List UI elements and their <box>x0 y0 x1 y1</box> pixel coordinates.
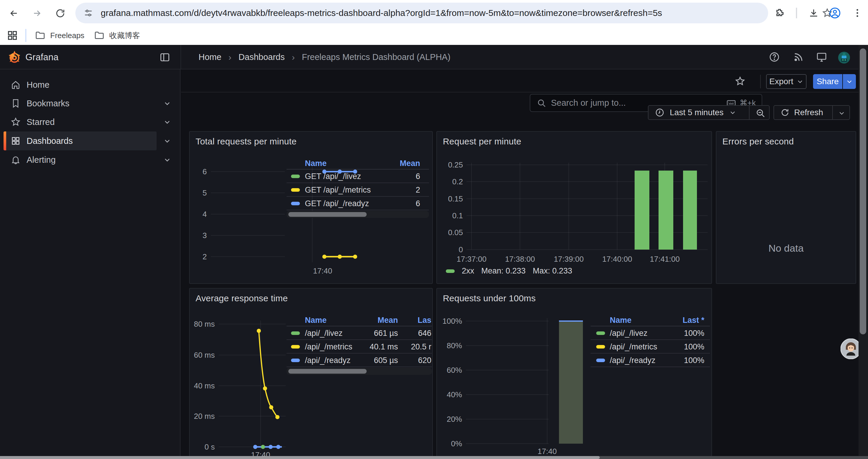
chart-canvas: 0.250.20.150.10.05017:37:0017:38:0017:39… <box>437 132 711 283</box>
sidebar-toggle-icon[interactable] <box>159 52 170 63</box>
legend-col-name[interactable]: Name <box>610 316 632 325</box>
brand-title[interactable]: Grafana <box>25 45 59 69</box>
legend-row[interactable]: /api/_/livez100% <box>591 326 710 340</box>
panel-title[interactable]: Errors per second <box>722 136 794 146</box>
svg-text:20 ms: 20 ms <box>194 412 215 421</box>
sidebar-item-label: Bookmarks <box>27 99 69 108</box>
sidebar-item-bookmarks[interactable]: Bookmarks <box>0 94 181 113</box>
extensions-icon[interactable] <box>775 8 785 18</box>
legend-scrollbar-thumb[interactable] <box>288 212 367 217</box>
legend-col[interactable]: Last * <box>682 316 704 325</box>
search-placeholder: Search or jump to... <box>551 98 626 108</box>
series-name: GET /api/_/metrics <box>305 186 371 195</box>
grafana-logo[interactable] <box>8 51 21 64</box>
bookmark-label: 收藏博客 <box>109 30 140 41</box>
bookmark-folder-freeleaps[interactable]: Freeleaps <box>35 30 85 41</box>
svg-text:17:40: 17:40 <box>537 447 557 456</box>
sidebar-item-starred[interactable]: Starred <box>0 112 181 131</box>
svg-text:17:41:00: 17:41:00 <box>650 255 680 263</box>
breadcrumb-home[interactable]: Home <box>198 52 221 62</box>
forward-icon[interactable] <box>32 8 42 18</box>
url-bar[interactable]: grafana.mathmast.com/d/deytv4rwavabkb/fr… <box>75 3 768 23</box>
help-icon[interactable] <box>769 52 780 63</box>
monitor-icon[interactable] <box>816 52 827 63</box>
favorite-star-icon[interactable] <box>735 76 745 87</box>
breadcrumb: Home › Dashboards › Freeleaps Metrics Da… <box>198 45 451 69</box>
news-rss-icon[interactable] <box>793 52 804 63</box>
header-divider <box>181 45 181 69</box>
series-name: /api/_/readyz <box>610 356 656 365</box>
sidebar-item-dashboards[interactable]: Dashboards <box>0 131 181 150</box>
dashboard-toolbar: Export Share <box>181 69 868 93</box>
site-settings-icon[interactable] <box>84 8 93 18</box>
apps-icon <box>11 136 21 146</box>
series-value: 100% <box>684 329 704 338</box>
time-range-label[interactable]: Last 5 minutes <box>670 108 723 117</box>
horizontal-scrollbar-track[interactable] <box>0 456 868 459</box>
svg-text:3: 3 <box>203 231 207 240</box>
vertical-scrollbar-thumb[interactable] <box>860 48 866 334</box>
sidebar-item-alerting[interactable]: Alerting <box>0 150 181 169</box>
legend-row[interactable]: /api/_/metrics100% <box>591 340 710 354</box>
series-color-pill <box>291 345 300 349</box>
svg-text:0.15: 0.15 <box>448 194 463 203</box>
toolbar-divider <box>760 75 761 88</box>
refresh-icon[interactable] <box>780 108 789 117</box>
series-color-pill <box>596 331 605 335</box>
browser-toolbar: grafana.mathmast.com/d/deytv4rwavabkb/fr… <box>0 0 868 26</box>
legend-row[interactable]: /api/_/livez661 µs646 <box>286 326 432 340</box>
series-name: /api/_/readyz <box>305 356 351 365</box>
breadcrumb-dashboards[interactable]: Dashboards <box>239 52 284 62</box>
legend-row[interactable]: /api/_/readyz100% <box>591 354 710 367</box>
apps-grid-icon[interactable] <box>6 30 18 41</box>
legend-row[interactable]: /api/_/readyz605 µs620 <box>286 354 432 367</box>
series-value: 646 <box>418 329 431 338</box>
bookmark-folder-blogs[interactable]: 收藏博客 <box>94 30 140 41</box>
chevron-down-icon[interactable] <box>163 118 172 126</box>
series-name: /api/_/metrics <box>610 342 657 352</box>
chevron-down-icon[interactable] <box>163 99 172 107</box>
legend-scrollbar[interactable] <box>286 211 429 218</box>
legend-col[interactable]: Mean <box>378 316 398 325</box>
legend-scrollbar-thumb[interactable] <box>288 369 367 374</box>
zoom-out-icon[interactable] <box>755 108 766 118</box>
search-icon <box>537 98 546 108</box>
legend-row[interactable]: GET /api/_/readyz6 <box>286 197 429 210</box>
browser-menu-icon[interactable] <box>852 8 863 18</box>
legend-col-name[interactable]: Name <box>305 316 327 325</box>
back-icon[interactable] <box>9 8 19 18</box>
refresh-group: Refresh <box>773 105 850 120</box>
no-data-label: No data <box>716 242 856 254</box>
reload-icon[interactable] <box>55 8 66 19</box>
series-name: GET /api/_/livez <box>305 172 361 181</box>
assistant-avatar[interactable] <box>840 338 861 359</box>
panel-total-requests: Total requests per minute 6543217:40Name… <box>189 131 433 284</box>
legend-scrollbar[interactable] <box>286 368 432 375</box>
export-button[interactable]: Export <box>766 74 807 89</box>
user-avatar[interactable] <box>838 52 850 64</box>
legend-row[interactable]: GET /api/_/metrics2 <box>286 183 429 197</box>
legend-inline[interactable]: 2xxMean: 0.233Max: 0.233 <box>446 266 572 275</box>
download-icon[interactable] <box>808 8 819 18</box>
legend-col-name[interactable]: Name <box>305 159 327 168</box>
star-icon <box>11 117 21 127</box>
series-color-pill <box>596 345 605 349</box>
legend-col[interactable]: Las <box>417 316 431 325</box>
profile-icon[interactable] <box>829 7 841 19</box>
svg-text:17:39:00: 17:39:00 <box>554 255 584 263</box>
svg-text:60 ms: 60 ms <box>194 351 215 359</box>
chevron-down-icon[interactable] <box>163 156 172 164</box>
legend-row[interactable]: GET /api/_/livez6 <box>286 169 429 183</box>
chevron-down-icon[interactable] <box>163 137 172 145</box>
chevron-down-icon[interactable] <box>730 109 736 116</box>
horizontal-scrollbar-thumb[interactable] <box>0 456 600 459</box>
share-button[interactable]: Share <box>813 74 842 89</box>
legend-col[interactable]: Mean <box>400 159 420 168</box>
share-menu-button[interactable] <box>843 74 856 89</box>
bookmark-label: Freeleaps <box>50 31 85 40</box>
chevron-down-icon[interactable] <box>838 110 845 117</box>
legend-row[interactable]: /api/_/metrics40.1 ms20.5 r <box>286 340 432 354</box>
sidebar-item-home[interactable]: Home <box>0 75 181 94</box>
clock-icon <box>655 108 664 117</box>
refresh-label[interactable]: Refresh <box>794 108 823 117</box>
